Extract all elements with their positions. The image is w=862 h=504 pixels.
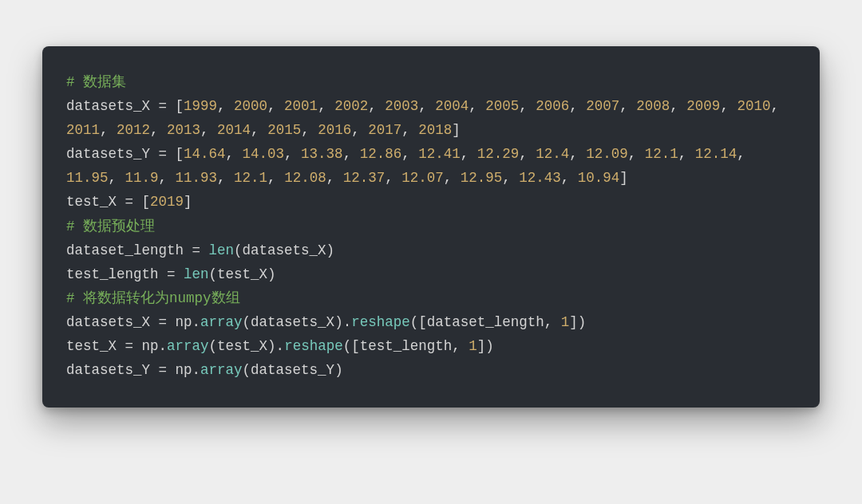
code-line: dataset_length = len(datasets_X) — [66, 238, 796, 262]
code-line: # 数据预处理 — [66, 215, 796, 238]
code-line: # 数据集 — [66, 70, 796, 94]
code-line: test_X = [2019] — [66, 190, 796, 214]
code-line: test_X = np.array(test_X).reshape([test_… — [66, 334, 796, 358]
code-block: # 数据集datasets_X = [1999, 2000, 2001, 200… — [42, 46, 820, 408]
code-line: test_length = len(test_X) — [66, 262, 796, 286]
code-line: # 将数据转化为numpy数组 — [66, 286, 796, 310]
code-line: datasets_Y = np.array(datasets_Y) — [66, 358, 796, 382]
code-line: datasets_X = [1999, 2000, 2001, 2002, 20… — [66, 94, 796, 142]
code-line: datasets_Y = [14.64, 14.03, 13.38, 12.86… — [66, 142, 796, 190]
code-line: datasets_X = np.array(datasets_X).reshap… — [66, 310, 796, 334]
